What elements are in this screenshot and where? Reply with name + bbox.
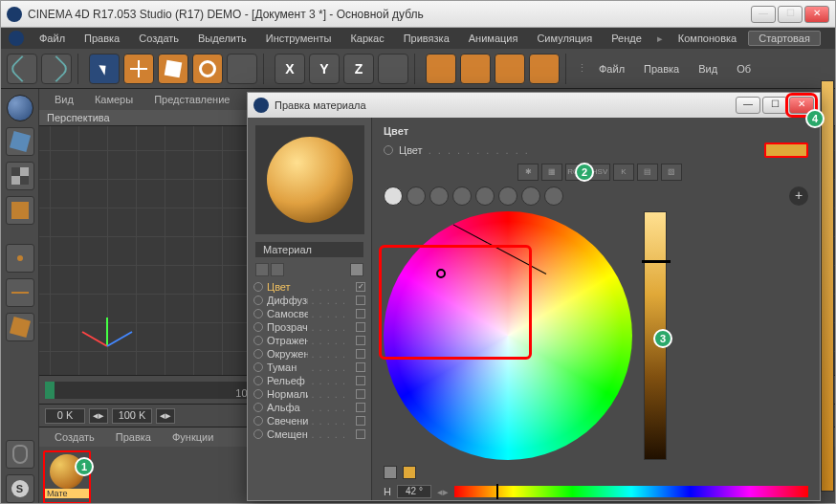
- channel-radio[interactable]: [253, 416, 263, 426]
- color-swatch[interactable]: [764, 142, 808, 158]
- hue-slider-handle[interactable]: [496, 484, 498, 499]
- channel-checkbox[interactable]: [356, 403, 365, 412]
- coord-system[interactable]: [378, 54, 408, 84]
- texture-mode[interactable]: [6, 162, 34, 190]
- channel-checkbox[interactable]: [356, 349, 365, 359]
- mat-tab-create[interactable]: Создать: [45, 429, 104, 445]
- colormode-picture[interactable]: ▧: [661, 164, 682, 181]
- colormode-rgb[interactable]: RGB: [565, 164, 586, 181]
- menu-file[interactable]: Файл: [32, 30, 73, 47]
- right-dock-strip[interactable]: [821, 80, 834, 492]
- add-swatch-button[interactable]: +: [789, 186, 808, 206]
- render-region-button[interactable]: [460, 54, 491, 84]
- menu-animate[interactable]: Анимация: [461, 30, 526, 47]
- color-wheel[interactable]: [384, 211, 632, 460]
- color-history-7[interactable]: [544, 186, 563, 206]
- edge-mode[interactable]: [6, 278, 34, 307]
- hue-value-field[interactable]: 42 °: [397, 485, 431, 498]
- channel-checkbox[interactable]: [356, 376, 365, 385]
- move-tool[interactable]: [123, 54, 154, 84]
- value-slider-handle[interactable]: [642, 260, 671, 263]
- axis-z-toggle[interactable]: Z: [343, 54, 374, 84]
- render-settings-button[interactable]: [495, 54, 525, 84]
- menu-tools[interactable]: Инструменты: [258, 30, 340, 47]
- sub-menu-view[interactable]: Вид: [691, 60, 725, 77]
- channel-рельеф[interactable]: Рельеф . . . . .: [252, 374, 367, 387]
- color-history-5[interactable]: [498, 186, 517, 206]
- rotate-tool[interactable]: [192, 54, 223, 84]
- frame-step-prev[interactable]: ◂▸: [89, 408, 108, 424]
- colormode-hsv[interactable]: HSV: [589, 164, 610, 181]
- value-slider[interactable]: [644, 211, 667, 460]
- menu-simulate[interactable]: Симуляция: [529, 30, 600, 47]
- channel-альфа[interactable]: Альфа . . . . .: [252, 401, 367, 414]
- material-preview[interactable]: [255, 125, 364, 234]
- select-tool[interactable]: [89, 54, 120, 84]
- channel-radio[interactable]: [253, 403, 263, 412]
- last-tool[interactable]: [227, 54, 257, 84]
- channel-смещение[interactable]: Смещение . . . . .: [252, 427, 367, 441]
- workplane-mode[interactable]: [6, 196, 34, 225]
- modal-minimize-button[interactable]: —: [736, 97, 760, 114]
- render-button[interactable]: [426, 54, 456, 84]
- mat-tab-functions[interactable]: Функции: [163, 429, 223, 445]
- channel-radio[interactable]: [253, 296, 263, 305]
- color-history-1[interactable]: [407, 186, 426, 206]
- frame-step-next[interactable]: ◂▸: [156, 408, 175, 424]
- colormode-spectrum[interactable]: ▦: [541, 164, 562, 181]
- color-picker-handle[interactable]: [436, 269, 446, 278]
- axis-x-toggle[interactable]: X: [275, 54, 305, 84]
- menu-select[interactable]: Выделить: [190, 30, 254, 47]
- channel-прозрачность[interactable]: Прозрачность . . . . .: [252, 320, 367, 334]
- hue-stepper[interactable]: ◂▸: [437, 486, 449, 498]
- channel-checkbox[interactable]: ✓: [356, 282, 365, 292]
- color-enable-radio[interactable]: [384, 145, 393, 155]
- channel-цвет[interactable]: Цвет . . . . .✓: [252, 280, 367, 294]
- channel-radio[interactable]: [253, 362, 263, 372]
- channel-checkbox[interactable]: [356, 362, 365, 372]
- channel-radio[interactable]: [253, 349, 263, 359]
- channel-нормали[interactable]: Нормали . . . . .: [252, 387, 367, 401]
- model-mode[interactable]: [6, 127, 34, 156]
- channel-radio[interactable]: [253, 336, 263, 345]
- menu-snap[interactable]: Привязка: [396, 30, 457, 47]
- old-color-swatch[interactable]: [384, 466, 397, 479]
- sub-menu-edit[interactable]: Правка: [636, 60, 687, 77]
- frame-start-field[interactable]: 0 K: [45, 408, 85, 424]
- modal-maximize-button[interactable]: ☐: [762, 97, 787, 114]
- modal-close-button[interactable]: ✕: [789, 97, 814, 114]
- color-history-4[interactable]: [475, 186, 495, 206]
- colormode-swatches[interactable]: ▤: [637, 164, 658, 181]
- maximize-button[interactable]: ☐: [778, 6, 803, 23]
- scale-tool[interactable]: [158, 54, 188, 84]
- channel-checkbox[interactable]: [356, 429, 365, 439]
- color-history-2[interactable]: [429, 186, 449, 206]
- channel-отражение[interactable]: Отражение . . . . .: [252, 334, 367, 347]
- tweak-mode[interactable]: [6, 440, 34, 469]
- sub-menu-file[interactable]: Файл: [591, 60, 632, 77]
- channel-самосвечение[interactable]: Самосвечение . . . . .: [252, 307, 367, 320]
- channel-checkbox[interactable]: [356, 309, 365, 318]
- axis-y-toggle[interactable]: Y: [309, 54, 340, 84]
- layout-selector[interactable]: Стартовая: [748, 31, 821, 46]
- app-menu-icon[interactable]: [9, 31, 24, 46]
- menu-render[interactable]: Ренде: [604, 30, 649, 47]
- mat-tab-edit[interactable]: Правка: [106, 429, 161, 445]
- next-material-button[interactable]: [271, 263, 284, 276]
- vp-tab-cameras[interactable]: Камеры: [85, 92, 143, 107]
- channel-checkbox[interactable]: [356, 322, 365, 332]
- colormode-wheel[interactable]: ✱: [517, 164, 539, 181]
- hue-slider[interactable]: [454, 486, 808, 497]
- menu-create[interactable]: Создать: [131, 30, 187, 47]
- snap-mode[interactable]: S: [6, 474, 34, 503]
- minimize-button[interactable]: —: [751, 6, 776, 23]
- menu-mesh[interactable]: Каркас: [342, 30, 391, 47]
- channel-checkbox[interactable]: [356, 389, 365, 399]
- eyedropper-button[interactable]: [384, 186, 403, 206]
- channel-radio[interactable]: [253, 429, 263, 439]
- channel-checkbox[interactable]: [356, 336, 365, 345]
- undo-button[interactable]: [7, 54, 37, 84]
- vp-tab-display[interactable]: Представление: [144, 92, 239, 107]
- modal-titlebar[interactable]: Правка материала — ☐ ✕: [248, 93, 820, 118]
- new-color-swatch[interactable]: [403, 466, 416, 479]
